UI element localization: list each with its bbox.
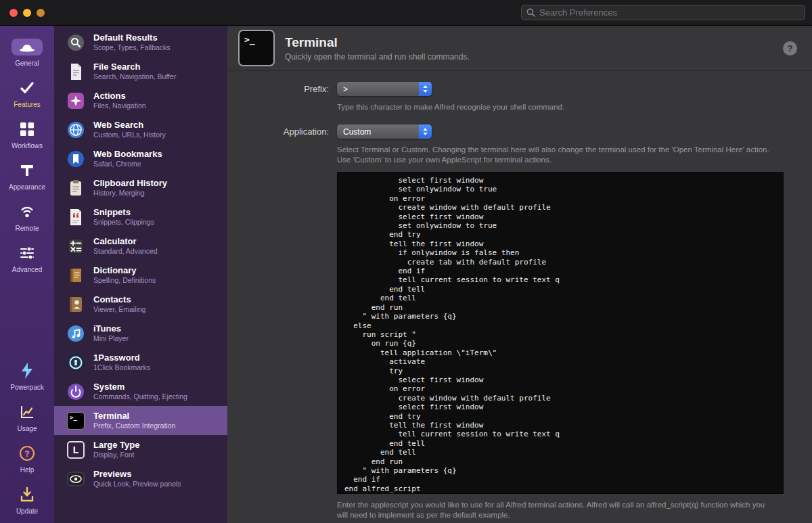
main-sidebar: General Features Workflows Appearance [0, 26, 54, 523]
terminal-icon: >_ [66, 411, 85, 430]
keyhole-circle-icon [66, 353, 85, 372]
prefix-value: > [337, 85, 419, 94]
book-icon [66, 266, 85, 285]
feature-item-web-search[interactable]: Web SearchCustom, URLs, History [54, 115, 227, 144]
popup-arrows-icon [419, 124, 432, 139]
sidebar-item-general[interactable]: General [0, 31, 54, 72]
feature-item-large-type[interactable]: L Large TypeDisplay, Font [54, 435, 227, 464]
star-badge-icon [66, 91, 85, 110]
sidebar-item-help[interactable]: ? Help [0, 438, 54, 479]
download-tray-icon [19, 484, 35, 505]
feature-item-system[interactable]: SystemCommands, Quitting, Ejecting [54, 377, 227, 406]
prefix-select[interactable]: > [337, 82, 432, 96]
feature-item-actions[interactable]: ActionsFiles, Navigation [54, 86, 227, 115]
prefix-help-text: Type this character to make Alfred recog… [337, 102, 780, 112]
feature-item-itunes[interactable]: iTunesMini Player [54, 319, 227, 348]
editor-help-text: Enter the applescript you would like to … [337, 500, 773, 520]
clipboard-icon [66, 179, 85, 198]
sidebar-label: General [15, 60, 39, 67]
svg-text:?: ? [24, 449, 29, 459]
checkmark-icon [19, 78, 35, 98]
help-button[interactable]: ? [783, 41, 797, 55]
globe-icon [66, 120, 85, 139]
snippet-paper-icon [66, 208, 85, 227]
sliders-icon [19, 243, 35, 263]
applescript-editor[interactable]: select first window set onlywindow to tr… [337, 172, 784, 494]
feature-item-contacts[interactable]: ContactsViewer, Emailing [54, 290, 227, 319]
sidebar-label: Features [14, 101, 40, 108]
feature-item-snippets[interactable]: SnippetsSnippets, Clippings [54, 202, 227, 231]
eye-icon [66, 470, 85, 488]
address-book-icon [66, 295, 85, 314]
feature-item-default-results[interactable]: Default ResultsScope, Types, Fallbacks [54, 28, 227, 57]
calculator-icon [66, 237, 85, 256]
feature-item-previews[interactable]: PreviewsQuick Look, Preview panels [54, 464, 227, 493]
document-icon [66, 62, 85, 81]
feature-item-web-bookmarks[interactable]: Web BookmarksSafari, Chrome [54, 144, 227, 173]
application-value: Custom [337, 127, 419, 137]
question-circle-icon: ? [19, 443, 35, 463]
sidebar-item-advanced[interactable]: Advanced [0, 237, 54, 279]
sidebar-label: Update [16, 507, 38, 515]
magnifier-circle-icon [66, 33, 85, 52]
close-window-button[interactable] [9, 9, 18, 17]
sidebar-label: Powerpack [10, 384, 43, 391]
sidebar-item-usage[interactable]: Usage [0, 396, 54, 438]
prefix-label: Prefix: [227, 84, 329, 94]
feature-item-dictionary[interactable]: DictionarySpelling, Definitions [54, 260, 227, 290]
page-subtitle: Quickly open the terminal and run shell … [285, 52, 470, 62]
sidebar-item-remote[interactable]: Remote [0, 196, 54, 237]
page-title: Terminal [285, 35, 470, 50]
zoom-window-button[interactable] [37, 9, 45, 17]
sidebar-item-appearance[interactable]: Appearance [0, 155, 54, 196]
traffic-lights [9, 9, 45, 17]
applescript-content: select first window set onlywindow to tr… [344, 176, 783, 493]
features-list: Default ResultsScope, Types, Fallbacks F… [54, 26, 227, 523]
sidebar-item-powerpack[interactable]: Powerpack [0, 355, 54, 396]
pane-header: >_ Terminal Quickly open the terminal an… [227, 26, 812, 71]
terminal-header-icon: >_ [238, 30, 275, 66]
hat-icon [12, 39, 43, 55]
sidebar-label: Help [20, 466, 35, 474]
window-titlebar [0, 0, 812, 26]
alfred-preferences-window: General Features Workflows Appearance [0, 0, 812, 523]
feature-item-file-search[interactable]: File SearchSearch, Navigation, Buffer [54, 57, 227, 86]
power-circle-icon [66, 382, 85, 401]
sidebar-item-features[interactable]: Features [0, 72, 54, 114]
bookmark-circle-icon [66, 150, 85, 168]
sidebar-label: Remote [15, 225, 39, 232]
minimize-window-button[interactable] [23, 9, 31, 17]
popup-arrows-icon [419, 82, 432, 96]
application-help-text: Select Terminal or Custom. Changing the … [337, 145, 780, 165]
line-chart-icon [19, 402, 35, 422]
sidebar-label: Workflows [12, 142, 43, 150]
remote-waves-icon [19, 202, 35, 222]
feature-item-1password[interactable]: 1Password1Click Bookmarks [54, 348, 227, 377]
sidebar-label: Appearance [9, 183, 45, 191]
large-type-icon: L [66, 440, 85, 459]
lightning-bolt-icon [20, 361, 35, 381]
sidebar-item-workflows[interactable]: Workflows [0, 114, 54, 155]
music-note-icon [66, 324, 85, 343]
search-input[interactable] [539, 7, 800, 18]
sidebar-label: Advanced [12, 266, 42, 273]
feature-item-calculator[interactable]: CalculatorStandard, Advanced [54, 231, 227, 260]
application-label: Application: [227, 127, 329, 137]
main-pane: >_ Terminal Quickly open the terminal an… [227, 26, 812, 523]
appearance-icon [19, 160, 35, 181]
sidebar-item-update[interactable]: Update [0, 479, 54, 520]
preferences-search-field[interactable] [521, 5, 805, 20]
sidebar-label: Usage [18, 425, 37, 432]
grid-icon [19, 119, 35, 139]
application-select[interactable]: Custom [337, 124, 432, 139]
sidebar-spacer [0, 279, 54, 355]
feature-item-terminal[interactable]: >_ TerminalPrefix, Custom Integration [54, 406, 227, 435]
feature-item-clipboard-history[interactable]: Clipboard HistoryHistory, Merging [54, 173, 227, 202]
pane-body: Prefix: > Type this character to make Al… [227, 71, 812, 520]
search-icon [526, 8, 535, 17]
